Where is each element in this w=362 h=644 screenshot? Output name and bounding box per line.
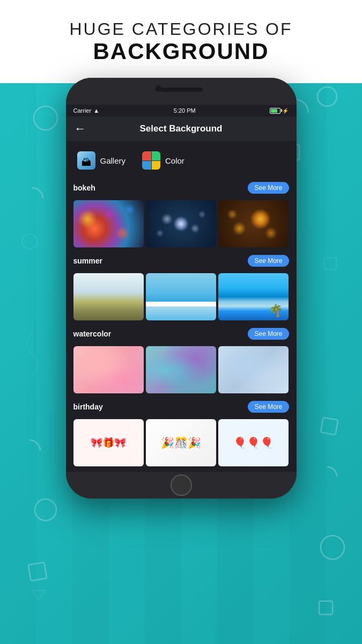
status-left: Carrier ▲ <box>73 107 100 114</box>
watercolor-title: watercolor <box>73 330 112 338</box>
summer-image-1[interactable] <box>73 273 144 320</box>
screen-header: ← Select Background <box>66 116 297 141</box>
color-green <box>152 151 161 160</box>
status-time: 5:20 PM <box>174 107 196 114</box>
birthday-title: birthday <box>73 402 103 411</box>
summer-image-3[interactable] <box>218 273 289 320</box>
birthday-image-2[interactable] <box>146 419 216 466</box>
phone-top-bar <box>66 78 297 105</box>
gallery-tab[interactable]: Gallery <box>77 149 126 172</box>
color-blue <box>142 161 151 170</box>
gallery-icon <box>77 151 95 170</box>
birthday-grid <box>73 419 289 466</box>
birthday-image-3[interactable] <box>218 419 289 466</box>
watercolor-see-more[interactable]: See More <box>248 328 289 340</box>
banner-line2: BACKGROUND <box>93 39 269 64</box>
gallery-tab-label: Gallery <box>100 156 126 165</box>
back-button[interactable]: ← <box>75 122 86 136</box>
strip-1 <box>0 83 36 644</box>
summer-grid <box>73 273 289 320</box>
home-button[interactable] <box>171 474 192 496</box>
phone-frame: Carrier ▲ 5:20 PM ⚡ ← Select Background <box>66 78 297 499</box>
bokeh-see-more[interactable]: See More <box>248 182 289 194</box>
bokeh-header: bokeh See More <box>73 180 289 196</box>
color-red <box>142 151 151 160</box>
watercolor-header: watercolor See More <box>73 326 289 342</box>
watercolor-grid <box>73 346 289 393</box>
wifi-icon: ▲ <box>93 107 99 114</box>
watercolor-image-3[interactable] <box>218 346 289 393</box>
battery-icon <box>270 108 280 114</box>
bokeh-grid <box>73 200 289 247</box>
color-tab-label: Color <box>165 156 184 165</box>
status-right: ⚡ <box>270 108 289 114</box>
watercolor-image-1[interactable] <box>73 346 144 393</box>
carrier-label: Carrier <box>73 107 92 114</box>
summer-see-more[interactable]: See More <box>248 255 289 267</box>
bokeh-image-1[interactable] <box>73 200 144 247</box>
summer-image-2[interactable] <box>146 273 216 320</box>
lightning-icon: ⚡ <box>282 108 289 114</box>
phone-wrapper: Carrier ▲ 5:20 PM ⚡ ← Select Background <box>66 78 297 499</box>
category-birthday: birthday See More <box>66 399 297 472</box>
birthday-see-more[interactable]: See More <box>248 401 289 413</box>
phone-bottom-bar <box>66 472 297 499</box>
category-bokeh: bokeh See More <box>66 180 297 253</box>
top-banner: HUGE CATEGORIES OF BACKGROUND <box>0 0 362 83</box>
screen-title: Select Background <box>140 123 223 134</box>
watercolor-image-2[interactable] <box>146 346 216 393</box>
bokeh-image-2[interactable] <box>146 200 216 247</box>
summer-header: summer See More <box>73 253 289 269</box>
phone-speaker <box>160 87 203 92</box>
category-summer: summer See More <box>66 253 297 326</box>
bokeh-title: bokeh <box>73 184 95 192</box>
category-watercolor: watercolor See More <box>66 326 297 399</box>
color-tab[interactable]: Color <box>142 149 184 172</box>
gallery-tab-icon <box>77 151 96 170</box>
summer-title: summer <box>73 257 102 265</box>
birthday-image-1[interactable] <box>73 419 144 466</box>
strip-10 <box>326 83 363 644</box>
banner-line1: HUGE CATEGORIES OF <box>69 19 292 39</box>
color-tab-icon <box>142 151 161 170</box>
screen: ← Select Background Gallery <box>66 116 297 472</box>
color-icon <box>142 151 160 170</box>
bokeh-image-3[interactable] <box>218 200 289 247</box>
battery-fill <box>271 109 277 113</box>
status-bar: Carrier ▲ 5:20 PM ⚡ <box>66 105 297 116</box>
color-yellow <box>152 161 161 170</box>
birthday-header: birthday See More <box>73 399 289 415</box>
tab-row: Gallery Color <box>66 141 297 180</box>
